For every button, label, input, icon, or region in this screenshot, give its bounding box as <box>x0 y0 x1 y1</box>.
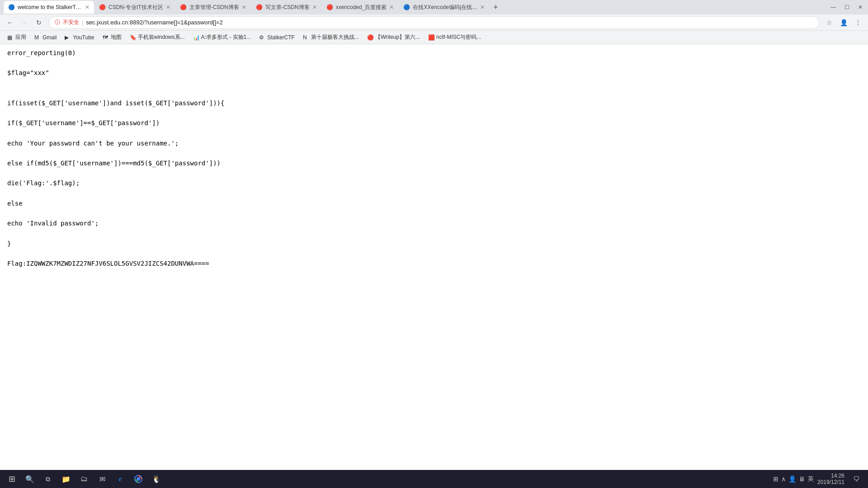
maximize-button[interactable]: ☐ <box>843 3 851 11</box>
explorer-button[interactable]: 📁 <box>58 471 74 487</box>
chrome-button[interactable] <box>130 471 146 487</box>
taskbar: ⊞ 🔍 ⧉ 📁 🗂 ✉ e 🐧 ⊞ ∧ 👤 🖥 英 14:26 2019/12/ <box>0 470 868 488</box>
bookmark-bm9[interactable]: 🔴 【Writeup】第六... <box>363 32 424 43</box>
bookmark-icon: 🗺 <box>103 34 109 41</box>
bookmark-icon: ▶ <box>65 34 71 41</box>
bookmark-bm7[interactable]: ⚙ StalkerCTF <box>255 32 298 43</box>
taskbar-person-icon[interactable]: 👤 <box>788 475 796 483</box>
tab-favicon: 🔴 <box>180 4 187 10</box>
taskbar-up-icon[interactable]: ∧ <box>781 475 786 483</box>
bookmark-label: nctf-MISC与密码... <box>436 33 481 41</box>
code-line-18 <box>7 229 861 239</box>
browser-tab-tab2[interactable]: 🔴 CSDN-专业IT技术社区 ✕ <box>94 1 175 14</box>
code-line-14 <box>7 188 861 198</box>
taskbar-display-icon[interactable]: 🖥 <box>799 475 805 483</box>
tab-favicon: 🔴 <box>256 4 263 10</box>
menu-button[interactable]: ⋮ <box>852 16 864 29</box>
account-button[interactable]: 👤 <box>837 16 850 29</box>
forward-button[interactable]: → <box>18 16 31 29</box>
code-line-3 <box>7 78 861 88</box>
bookmark-icon: 📊 <box>193 34 199 41</box>
bookmark-button[interactable]: ☆ <box>823 16 835 29</box>
bookmark-bm2[interactable]: M Gmail <box>31 32 60 43</box>
bookmark-bm5[interactable]: 🔖 手机装windows系... <box>126 32 189 43</box>
systray: ⊞ ∧ 👤 🖥 英 <box>773 475 814 483</box>
bookmark-bm3[interactable]: ▶ YouTube <box>61 32 98 43</box>
folder-button[interactable]: 🗂 <box>76 471 92 487</box>
start-button[interactable]: ⊞ <box>4 471 20 487</box>
browser-tab-tab5[interactable]: 🔴 xxencoded_百度搜索 ✕ <box>322 1 399 14</box>
code-line-9: echo 'Your password can't be your userna… <box>7 138 861 148</box>
code-line-11: else if(md5($_GET['username'])===md5($_G… <box>7 158 861 168</box>
bookmark-icon: ▦ <box>7 34 14 41</box>
bookmark-label: YouTube <box>73 34 94 41</box>
tab-title: xxencoded_百度搜索 <box>336 4 387 11</box>
code-line-0: error_reporting(0) <box>7 48 861 58</box>
tab-close-button[interactable]: ✕ <box>312 4 317 10</box>
taskview-button[interactable]: ⧉ <box>40 471 56 487</box>
tab-favicon: 🔵 <box>403 4 410 10</box>
security-icon: ⓘ <box>55 19 60 26</box>
notification-button[interactable]: 🗨 <box>848 471 864 487</box>
taskbar-grid-icon[interactable]: ⊞ <box>773 475 778 483</box>
tab-close-button[interactable]: ✕ <box>242 4 246 10</box>
close-button[interactable]: ✕ <box>856 3 864 11</box>
language-indicator[interactable]: 英 <box>808 475 814 483</box>
bookmark-bm8[interactable]: N 第十届极客大挑战... <box>299 32 363 43</box>
tab-title: 写文章-CSDN博客 <box>265 4 310 11</box>
new-tab-button[interactable]: + <box>489 1 502 14</box>
bookmark-label: 地图 <box>111 33 122 41</box>
code-line-8 <box>7 128 861 138</box>
bookmark-icon: 🔖 <box>130 34 136 41</box>
code-line-15: else <box>7 198 861 208</box>
bookmark-icon: 🟥 <box>428 34 434 41</box>
navbar: ← → ↻ ⓘ 不安全 | sec.jxust.edu.cn:8892/?use… <box>0 14 868 31</box>
penguin-button[interactable]: 🐧 <box>148 471 165 487</box>
code-line-10 <box>7 148 861 158</box>
bookmark-label: Gmail <box>42 34 57 41</box>
ie-button[interactable]: e <box>112 471 128 487</box>
search-button[interactable]: 🔍 <box>22 471 38 487</box>
code-line-4 <box>7 88 861 98</box>
code-line-6 <box>7 108 861 118</box>
security-label: 不安全 <box>63 19 79 26</box>
bookmark-bm1[interactable]: ▦ 应用 <box>4 32 30 43</box>
bookmark-icon: 🔴 <box>367 34 373 41</box>
code-line-19: } <box>7 239 861 249</box>
bookmark-icon: M <box>34 34 41 41</box>
bookmark-icon: ⚙ <box>259 34 265 41</box>
mail-button[interactable]: ✉ <box>94 471 110 487</box>
bookmark-bm10[interactable]: 🟥 nctf-MISC与密码... <box>425 32 485 43</box>
back-button[interactable]: ← <box>4 16 16 29</box>
browser-tab-tab1[interactable]: 🔵 welcome to the StalkerTra... ✕ <box>4 1 94 14</box>
bookmark-bm6[interactable]: 📊 A:求多形式 - 实验1... <box>189 32 255 43</box>
browser-tab-tab3[interactable]: 🔴 文章管理-CSDN博客 ✕ <box>175 1 251 14</box>
browser-tab-tab6[interactable]: 🔵 在线XXencode编码|在线XX... ✕ <box>399 1 489 14</box>
page-content: error_reporting(0)$flag="xxx"if(isset($_… <box>0 44 868 470</box>
bookmark-bm4[interactable]: 🗺 地图 <box>99 32 125 43</box>
nav-right-buttons: ☆ 👤 ⋮ <box>823 16 864 29</box>
bookmark-label: StalkerCTF <box>267 34 295 41</box>
tab-close-button[interactable]: ✕ <box>480 4 485 10</box>
tab-close-button[interactable]: ✕ <box>85 4 90 10</box>
tab-close-button[interactable]: ✕ <box>166 4 170 10</box>
tab-title: 在线XXencode编码|在线XX... <box>413 4 477 11</box>
address-bar[interactable]: ⓘ 不安全 | sec.jxust.edu.cn:8892/?username[… <box>49 16 819 29</box>
address-separator: | <box>82 19 83 26</box>
code-line-20 <box>7 249 861 258</box>
bookmark-icon: N <box>303 34 309 41</box>
reload-button[interactable]: ↻ <box>33 16 45 29</box>
titlebar: 🔵 welcome to the StalkerTra... ✕ 🔴 CSDN-… <box>0 0 868 14</box>
code-line-12 <box>7 168 861 178</box>
bookmarks-bar: ▦ 应用 M Gmail ▶ YouTube 🗺 地图 🔖 手机装windows… <box>0 31 868 44</box>
code-line-5: if(isset($_GET['username'])and isset($_G… <box>7 98 861 108</box>
code-line-7: if($_GET['username']==$_GET['password']) <box>7 118 861 128</box>
address-text[interactable]: sec.jxust.edu.cn:8892/?username[]=1&pass… <box>86 19 813 26</box>
browser-tab-tab4[interactable]: 🔴 写文章-CSDN博客 ✕ <box>251 1 321 14</box>
code-line-16 <box>7 208 861 218</box>
code-line-13: die('Flag:'.$flag); <box>7 178 861 188</box>
bookmark-label: 应用 <box>15 33 26 41</box>
tab-close-button[interactable]: ✕ <box>389 4 394 10</box>
bookmark-label: A:求多形式 - 实验1... <box>201 33 251 41</box>
minimize-button[interactable]: — <box>829 3 837 11</box>
